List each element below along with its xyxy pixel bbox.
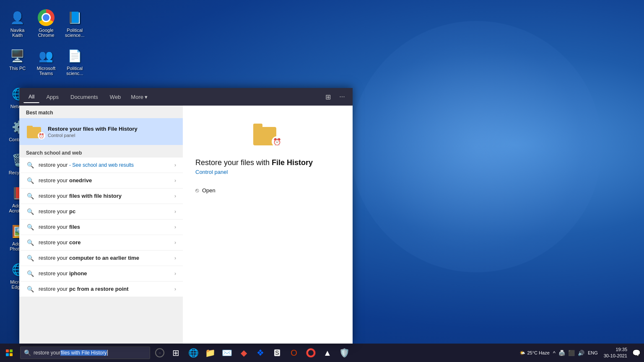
action-center-icon[interactable]: 🗨️ [631,348,641,358]
detail-action-open[interactable]: ⎋ Open [195,185,340,195]
result-text-3: restore your pc [39,208,174,215]
teams-icon: 👥 [37,47,55,65]
edge-taskbar-icon: 🌐 [188,348,199,358]
desktop-icon-navika[interactable]: 👤 Navika Kaith [4,6,31,40]
cortana-button[interactable]: ○ [152,345,168,361]
start-button[interactable] [0,344,18,362]
task-view-icon: ⊞ [172,348,179,358]
task-view-button[interactable]: ⊞ [168,345,184,361]
political2-label: Political scienc... [63,66,86,76]
chrome-icon [37,9,55,26]
detail-subtitle: Control panel [195,169,228,175]
result-text-8: restore your pc from a restore point [39,285,174,293]
search-body: Best match ⏰ Restore your files with Fil… [19,106,353,344]
result-text-7: restore your iphone [39,270,174,277]
open-label: Open [202,187,216,194]
search-tabs: All Apps Documents Web More ▾ ⊞ ··· [19,88,353,106]
result-item-8[interactable]: 🔍 restore your pc from a restore point › [19,282,183,297]
desktop-icon-political1[interactable]: 📘 Political science... [62,6,88,40]
result-arrow-8: › [174,286,176,292]
best-match-item[interactable]: ⏰ Restore your files with File History C… [19,118,183,145]
thispc-icon: 🖥️ [9,47,26,65]
taskbar-dropbox[interactable]: ❖ [252,345,268,361]
search-options-icon[interactable]: ⊞ [322,90,334,103]
taskbar-cursor [107,350,108,356]
taskbar-app1[interactable]: ◆ [236,345,252,361]
app2-icon: S [274,349,280,356]
result-item-1[interactable]: 🔍 restore your onedrive › [19,173,183,189]
taskbar-explorer[interactable]: 📁 [202,345,218,361]
desktop-icon-political2[interactable]: 📄 Political scienc... [62,44,88,78]
result-text-1: restore your onedrive [39,177,174,184]
desktop-icon-teams[interactable]: 👥 Microsoft Teams [33,44,59,78]
navika-icon: 👤 [9,9,26,26]
result-arrow-5: › [174,240,176,246]
political2-icon: 📄 [66,47,83,65]
desktop-icon-chrome[interactable]: GoogleChrome [33,6,59,40]
search-result-icon-4: 🔍 [26,223,34,231]
result-item-4[interactable]: 🔍 restore your files › [19,220,183,235]
detail-title: Restore your files with File History [195,158,340,167]
best-match-text: Restore your files with File History Con… [48,125,176,138]
result-arrow-0: › [174,162,176,168]
tray-app1[interactable]: 🖨️ [558,349,566,357]
result-text-5: restore your core [39,239,174,246]
result-arrow-1: › [174,178,176,184]
tab-web[interactable]: Web [105,90,126,103]
result-text-4: restore your files [39,223,174,231]
tray-volume[interactable]: 🔊 [577,349,585,357]
taskbar-edge[interactable]: 🌐 [185,345,201,361]
weather-icon: 🌤️ [519,350,525,356]
taskbar: 🔍 restore your files with File History ○… [0,344,644,362]
taskbar-search-bar[interactable]: 🔍 restore your files with File History [20,346,150,359]
cortana-icon: ○ [155,348,164,357]
taskbar-clock[interactable]: 19:35 30-10-2021 [600,346,631,359]
open-icon: ⎋ [195,187,199,194]
navika-label: Navika Kaith [6,28,29,38]
result-arrow-6: › [174,255,176,261]
tab-all[interactable]: All [23,90,39,103]
taskbar-system-tray: 🌤️ 25°C Haze ^ 🖨️ ⬛ 🔊 ENG 19:35 30-10-20… [519,346,644,359]
tray-app2[interactable]: ⬛ [567,349,576,357]
result-item-5[interactable]: 🔍 restore your core › [19,235,183,251]
office-icon: O [291,348,297,358]
tab-more[interactable]: More ▾ [127,92,151,102]
tab-documents[interactable]: Documents [65,90,103,103]
result-arrow-3: › [174,209,176,215]
taskbar-app7[interactable]: ▲ [319,345,335,361]
result-item-3[interactable]: 🔍 restore your pc › [19,204,183,220]
taskbar-mail[interactable]: ✉️ [219,345,235,361]
opera-icon: ⭕ [306,348,316,358]
app1-icon: ◆ [241,348,247,358]
best-match-title: Restore your files with File History [48,125,176,133]
tab-apps[interactable]: Apps [41,90,64,103]
taskbar-app8[interactable]: 🛡️ [336,345,352,361]
tray-chevron[interactable]: ^ [552,349,556,357]
teams-label: Microsoft Teams [34,66,57,76]
result-item-2[interactable]: 🔍 restore your files with file history › [19,189,183,204]
search-result-icon-1: 🔍 [26,176,34,185]
dropbox-icon: ❖ [257,348,264,358]
taskbar-app2[interactable]: S [269,345,285,361]
political1-icon: 📘 [66,9,83,26]
best-match-folder-icon: ⏰ [26,123,43,140]
taskbar-opera[interactable]: ⭕ [303,345,319,361]
search-result-icon-2: 🔍 [26,192,34,200]
desktop-icon-thispc[interactable]: 🖥️ This PC [4,44,31,78]
thispc-label: This PC [9,66,26,71]
taskbar-office[interactable]: O [286,345,302,361]
taskbar-search-icon: 🔍 [24,349,31,356]
search-more-icon[interactable]: ··· [336,90,348,103]
result-arrow-2: › [174,193,176,199]
result-item-7[interactable]: 🔍 restore your iphone › [19,266,183,282]
tray-icons: ^ 🖨️ ⬛ 🔊 [552,349,585,357]
language-indicator[interactable]: ENG [586,350,600,355]
result-item-0[interactable]: 🔍 restore your - See school and web resu… [19,158,183,173]
result-item-6[interactable]: 🔍 restore your computer to an earlier ti… [19,251,183,266]
weather-display[interactable]: 🌤️ 25°C Haze [519,350,549,356]
search-result-icon-0: 🔍 [26,161,34,169]
best-match-header: Best match [19,106,183,118]
search-right-panel: ⏰ Restore your files with File History C… [183,106,353,344]
search-result-icon-8: 🔍 [26,285,34,293]
result-text-2: restore your files with file history [39,192,174,200]
